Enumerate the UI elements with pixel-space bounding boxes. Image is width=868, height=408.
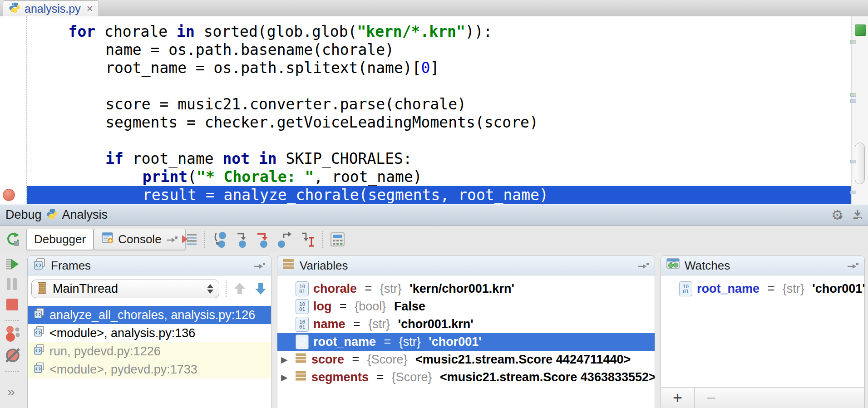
variable-row[interactable]: ▶segments = {Score} <music21.stream.Scor… (277, 369, 655, 386)
pin-icon[interactable] (847, 259, 859, 273)
code-line[interactable]: if root_name not in SKIP_CHORALES: (27, 150, 852, 168)
variable-row[interactable]: 1001chorale = {str} 'kern/chor001.krn' (277, 280, 655, 298)
code-token: sorted(glob.glob( (195, 23, 357, 40)
value-text: 'chor001.krn' (395, 317, 473, 331)
thread-selector[interactable]: MainThread (31, 280, 219, 298)
watches-panel-title: Watches (685, 259, 730, 273)
variables-icon (283, 258, 295, 273)
separator (5, 371, 19, 372)
code-area[interactable]: for chorale in sorted(glob.glob("kern/*.… (27, 23, 852, 204)
view-breakpoints-button[interactable] (5, 325, 20, 343)
tab-debugger[interactable]: Debugger (26, 229, 94, 250)
remove-watch-button[interactable]: − (695, 388, 728, 408)
stripe-mark (850, 40, 856, 44)
variables-panel-title: Variables (300, 259, 348, 273)
code-line[interactable]: print("* Chorale: ", root_name) (27, 168, 852, 186)
combo-arrows-icon (207, 284, 213, 294)
python-run-config-icon (46, 208, 58, 221)
mute-breakpoints-button[interactable] (5, 348, 20, 363)
frame-icon (33, 325, 45, 341)
stop-button[interactable] (5, 297, 20, 312)
pin-icon[interactable] (637, 259, 649, 273)
step-over-button[interactable] (212, 231, 227, 248)
tab-close-icon[interactable]: × (87, 3, 93, 14)
code-token: root_name (123, 150, 223, 167)
debug-label: Debug (5, 208, 42, 222)
next-frame-button[interactable] (254, 281, 267, 296)
code-line[interactable]: result = analyze_chorale(segments, root_… (27, 186, 852, 204)
step-into-button[interactable] (234, 231, 249, 248)
watches-icon (666, 258, 680, 273)
debug-panels-area: » Frames (0, 253, 868, 408)
frame-row[interactable]: analyze_all_chorales, analysis.py:126 (28, 306, 271, 324)
variable-name: segments (311, 370, 369, 384)
code-token: "kern/*.krn" (357, 23, 465, 40)
python-file-icon (9, 2, 20, 15)
value-text: 'kern/chor001.krn' (406, 282, 514, 296)
frame-row[interactable]: run, pydevd.py:1226 (28, 342, 271, 360)
code-line[interactable] (27, 77, 852, 95)
equals-sign: = (373, 370, 387, 384)
previous-frame-button[interactable] (233, 281, 247, 296)
frame-row[interactable]: <module>, pydevd.py:1733 (28, 360, 271, 379)
watches-list: 1001root_name = {str} 'chor001' (661, 275, 864, 298)
variable-row[interactable]: 1001root_name = {str} 'chor001' (277, 333, 655, 351)
pin-icon[interactable] (253, 259, 266, 273)
code-token: ( (187, 168, 197, 186)
editor-scrollbar-thumb[interactable] (855, 143, 865, 184)
step-out-button[interactable] (277, 231, 292, 248)
expand-arrow-icon[interactable]: ▶ (281, 354, 288, 365)
variable-name: chorale (313, 282, 357, 296)
debug-left-toolbar: » (0, 253, 25, 408)
stripe-mark (850, 160, 856, 163)
equals-sign: = (349, 353, 363, 367)
frame-icon (33, 344, 45, 359)
frames-panel-header: Frames (28, 256, 271, 275)
force-step-into-button[interactable] (256, 231, 270, 248)
code-line[interactable] (27, 132, 852, 150)
tab-analysis-py[interactable]: analysis.py × (3, 0, 99, 16)
frame-row[interactable]: <module>, analysis.py:136 (28, 324, 271, 342)
equals-sign: = (361, 282, 375, 296)
editor-error-stripe[interactable] (851, 16, 868, 204)
pause-button[interactable] (5, 277, 19, 291)
breakpoint-dot[interactable] (3, 189, 15, 201)
variable-row[interactable]: 1001log = {bool} False (277, 298, 655, 315)
debugger-tab-label: Debugger (34, 232, 86, 246)
value-type: {Score} (392, 370, 432, 384)
hide-toolwindow-button[interactable] (852, 208, 863, 222)
watches-panel: Watches 1001root_name = {str} 'chor001' … (661, 256, 865, 408)
rerun-button[interactable] (5, 231, 21, 247)
settings-gear-button[interactable]: ⚙▾ (831, 208, 843, 222)
frames-panel: Frames MainThread (27, 256, 271, 408)
run-to-cursor-button[interactable] (299, 231, 316, 248)
code-token: SKIP_CHORALES: (277, 150, 412, 167)
value-text: <music21.stream.Score 4363833552> (436, 370, 655, 384)
more-actions-button[interactable]: » (7, 384, 14, 399)
stripe-mark (850, 99, 856, 103)
expand-arrow-icon[interactable]: ▶ (281, 372, 288, 383)
code-line[interactable]: segments = checker.getVoiceLeadingMoment… (27, 113, 852, 132)
code-line[interactable]: name = os.path.basename(chorale) (27, 41, 852, 59)
code-line[interactable]: root_name = os.path.splitext(name)[0] (27, 59, 852, 77)
code-token: "* Chorale: " (197, 168, 314, 186)
console-tab-label: Console (118, 232, 161, 246)
value-text: 'chor001' (425, 335, 482, 349)
resume-button[interactable] (5, 257, 20, 271)
evaluate-expression-button[interactable] (330, 232, 345, 247)
editor-gutter[interactable] (0, 16, 27, 204)
show-execution-point-button[interactable] (181, 232, 197, 247)
value-type: {str} (399, 335, 421, 349)
watch-row[interactable]: 1001root_name = {str} 'chor001' (661, 280, 864, 298)
pycharm-debug-window: analysis.py × for chorale in sorted(glob… (0, 0, 868, 408)
code-line[interactable]: score = music21.converter.parse(chorale) (27, 95, 852, 113)
code-token: if (105, 150, 123, 167)
add-watch-button[interactable]: + (661, 388, 695, 408)
code-editor[interactable]: for chorale in sorted(glob.glob("kern/*.… (0, 16, 868, 204)
tab-console[interactable]: Console (94, 229, 185, 250)
variables-list: 1001chorale = {str} 'kern/chor001.krn'10… (277, 275, 655, 386)
code-token: in (177, 23, 195, 40)
variable-row[interactable]: 1001name = {str} 'chor001.krn' (277, 315, 655, 333)
variable-row[interactable]: ▶score = {Score} <music21.stream.Score 4… (277, 351, 655, 369)
code-line[interactable]: for chorale in sorted(glob.glob("kern/*.… (27, 23, 852, 41)
